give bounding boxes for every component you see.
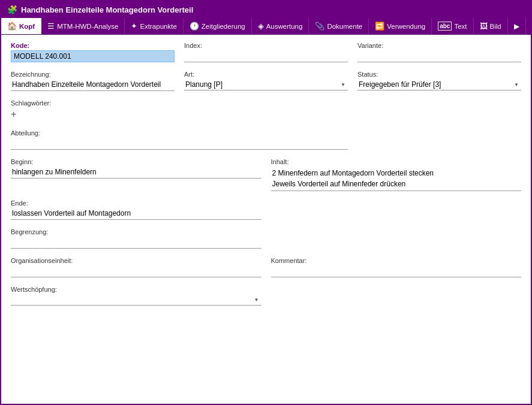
tab-verwendung[interactable]: 🔁 Verwendung <box>369 18 432 34</box>
bezeichnung-value[interactable]: Handhaben Einzelteile Montagedorn Vorder… <box>11 79 175 91</box>
field-art: Art: Planung [P] <box>184 71 348 91</box>
tab-dok-label: Dokumente <box>327 23 362 30</box>
text-icon: abc <box>438 22 452 31</box>
row-org-kommentar: Organisationseinheit: Kommentar: <box>11 257 521 286</box>
field-abteilung: Abteilung: <box>11 129 348 150</box>
inhalt-line2: Jeweils Vorderteil auf Minenfeder drücke… <box>272 179 521 189</box>
field-variante: Variante: <box>357 42 521 62</box>
kode-label: Kode: <box>11 42 175 49</box>
row-ende: Ende: loslassen Vorderteil auf Montagedo… <box>11 200 521 228</box>
tab-kopf[interactable]: 🏠 Kopf <box>1 18 41 34</box>
tab-extra-label: Extrapunkte <box>140 23 176 30</box>
status-label: Status: <box>357 71 521 78</box>
verw-icon: 🔁 <box>375 22 384 31</box>
field-schlagwoerter: Schlagwörter: + <box>11 99 521 121</box>
ende-label: Ende: <box>11 200 262 207</box>
beginn-label: Beginn: <box>11 158 262 165</box>
extra-icon: ✦ <box>131 22 137 31</box>
index-label: Index: <box>184 42 348 49</box>
row-schlagwoerter: Schlagwörter: + <box>11 99 521 129</box>
title-bar: 🧩 Handhaben Einzelteile Montagedorn Vord… <box>1 1 531 18</box>
title-icon: 🧩 <box>7 5 17 14</box>
tab-mtm-hwd[interactable]: ☰ MTM-HWD-Analyse <box>41 18 125 34</box>
nav-bar: 🏠 Kopf ☰ MTM-HWD-Analyse ✦ Extrapunkte 🕐… <box>1 18 531 35</box>
field-wertschoepfung: Wertschöpfung: <box>11 286 262 306</box>
org-label: Organisationseinheit: <box>11 257 262 264</box>
nav-menu-button[interactable]: ▼ <box>526 18 532 34</box>
zeit-icon: 🕐 <box>190 22 199 31</box>
wert-label: Wertschöpfung: <box>11 286 262 293</box>
field-index: Index: <box>184 42 348 62</box>
tab-dokumente[interactable]: 📎 Dokumente <box>309 18 369 34</box>
art-select[interactable]: Planung [P] <box>184 79 348 90</box>
schlagwoerter-label: Schlagwörter: <box>11 99 521 107</box>
field-organisationseinheit: Organisationseinheit: <box>11 257 262 277</box>
begrenzung-label: Begrenzung: <box>11 228 262 235</box>
more-icon: ▶ <box>514 22 519 31</box>
tab-text-label: Text <box>454 23 467 30</box>
tab-mtm-label: MTM-HWD-Analyse <box>57 23 118 30</box>
mtm-icon: ☰ <box>47 22 55 31</box>
row-abteilung: Abteilung: <box>11 129 521 158</box>
row-beginn-inhalt: Beginn: hinlangen zu Minenfeldern Inhalt… <box>11 158 521 200</box>
field-kode: Kode: MODELL 240.001 <box>11 42 175 62</box>
abteilung-label: Abteilung: <box>11 129 348 137</box>
index-value[interactable] <box>184 50 348 62</box>
field-bezeichnung: Bezeichnung: Handhaben Einzelteile Monta… <box>11 71 175 91</box>
org-value[interactable] <box>11 265 262 277</box>
tab-auswertung-label: Auswertung <box>266 23 303 30</box>
begrenzung-value[interactable] <box>11 237 262 249</box>
tab-extrapunkte[interactable]: ✦ Extrapunkte <box>125 18 183 34</box>
inhalt-value[interactable]: 2 Minenfedern auf Montagedorn Vorderteil… <box>271 167 522 191</box>
field-status: Status: Freigegeben für Prüfer [3] <box>357 71 521 91</box>
tab-zeit-label: Zeitgliederung <box>202 23 245 30</box>
tab-text[interactable]: abc Text <box>432 18 473 34</box>
field-empty-right-ende <box>271 200 522 220</box>
field-begrenzung: Begrenzung: <box>11 228 262 249</box>
field-empty-right-begrenzung <box>271 228 522 249</box>
inhalt-label: Inhalt: <box>271 158 522 165</box>
dok-icon: 📎 <box>315 22 324 31</box>
wert-select-wrapper <box>11 294 262 306</box>
tab-bild[interactable]: 🖼 Bild <box>474 18 508 34</box>
schlagwoerter-add[interactable]: + <box>11 108 521 121</box>
bezeichnung-label: Bezeichnung: <box>11 71 175 78</box>
abteilung-value[interactable] <box>11 138 348 150</box>
kommentar-value[interactable] <box>271 265 522 277</box>
row-begrenzung: Begrenzung: <box>11 228 521 257</box>
kopf-icon: 🏠 <box>7 22 17 31</box>
status-select[interactable]: Freigegeben für Prüfer [3] <box>357 79 521 90</box>
nav-more-button[interactable]: ▶ <box>508 18 526 34</box>
beginn-value[interactable]: hinlangen zu Minenfeldern <box>11 167 262 179</box>
variante-value[interactable] <box>357 50 521 62</box>
row-bezeichnung: Bezeichnung: Handhaben Einzelteile Monta… <box>11 71 521 99</box>
inhalt-line1: 2 Minenfedern auf Montagedorn Vorderteil… <box>272 168 521 179</box>
field-inhalt: Inhalt: 2 Minenfedern auf Montagedorn Vo… <box>271 158 522 191</box>
field-kommentar: Kommentar: <box>271 257 522 277</box>
main-window: 🧩 Handhaben Einzelteile Montagedorn Vord… <box>0 0 532 405</box>
ende-value[interactable]: loslassen Vorderteil auf Montagedorn <box>11 208 262 220</box>
auswertung-icon: ◈ <box>258 22 264 31</box>
window-title: Handhaben Einzelteile Montagedorn Vorder… <box>21 5 193 14</box>
wert-select[interactable] <box>11 294 262 305</box>
row-wertschoepfung: Wertschöpfung: <box>11 286 521 314</box>
tab-kopf-label: Kopf <box>19 23 35 30</box>
nav-right-buttons: ▶ ▼ <box>508 18 532 34</box>
tab-bild-label: Bild <box>490 23 501 30</box>
tab-verw-label: Verwendung <box>387 23 425 30</box>
field-beginn: Beginn: hinlangen zu Minenfeldern <box>11 158 262 191</box>
variante-label: Variante: <box>357 42 521 49</box>
tab-zeitgliederung[interactable]: 🕐 Zeitgliederung <box>184 18 252 34</box>
kommentar-label: Kommentar: <box>271 257 522 264</box>
art-select-wrapper: Planung [P] <box>184 79 348 90</box>
kode-value[interactable]: MODELL 240.001 <box>11 50 175 62</box>
tab-auswertung[interactable]: ◈ Auswertung <box>252 18 309 34</box>
status-select-wrapper: Freigegeben für Prüfer [3] <box>357 79 521 90</box>
row-kode: Kode: MODELL 240.001 Index: Variante: <box>11 42 521 71</box>
content-area: Kode: MODELL 240.001 Index: Variante: Be… <box>1 35 531 404</box>
art-label: Art: <box>184 71 348 78</box>
bild-icon: 🖼 <box>480 22 488 31</box>
field-ende: Ende: loslassen Vorderteil auf Montagedo… <box>11 200 262 220</box>
